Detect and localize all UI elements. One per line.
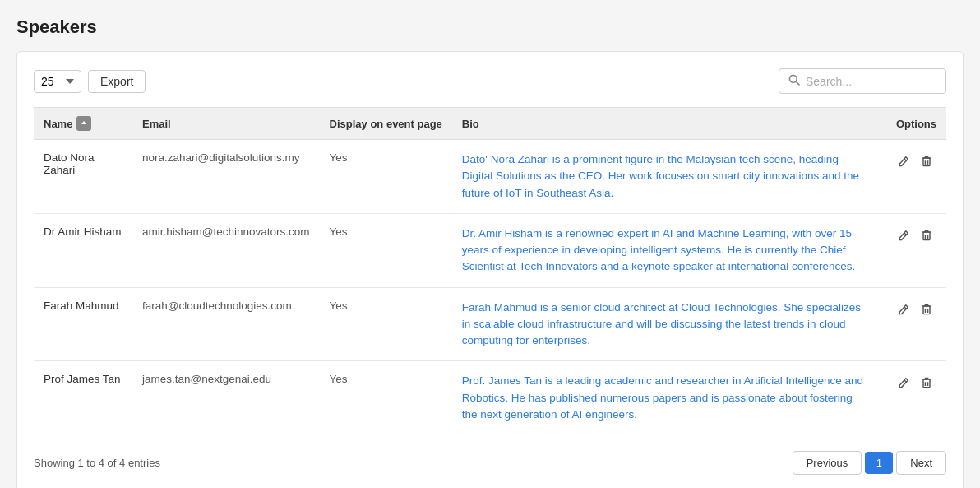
search-input[interactable] bbox=[806, 75, 937, 88]
toolbar-left: 25 10 50 100 Export bbox=[34, 70, 146, 93]
toolbar: 25 10 50 100 Export bbox=[34, 68, 946, 94]
search-wrapper bbox=[779, 68, 946, 94]
table-row: Farah Mahmud farah@cloudtechnologies.com… bbox=[34, 287, 946, 361]
speakers-table: Name Email Display on event page Bio Opt… bbox=[34, 107, 946, 435]
col-display: Display on event page bbox=[320, 108, 452, 140]
search-icon bbox=[788, 73, 801, 89]
cell-bio-2: Farah Mahmud is a senior cloud architect… bbox=[452, 287, 881, 361]
cell-email-0: nora.zahari@digitalsolutions.my bbox=[132, 140, 320, 214]
col-bio: Bio bbox=[452, 108, 881, 140]
cell-name-2: Farah Mahmud bbox=[34, 287, 132, 361]
edit-button-3[interactable] bbox=[894, 373, 913, 393]
sort-icon[interactable] bbox=[76, 116, 91, 131]
cell-display-0: Yes bbox=[320, 140, 452, 214]
showing-text: Showing 1 to 4 of 4 entries bbox=[34, 457, 160, 469]
cell-bio-0: Dato' Nora Zahari is a prominent figure … bbox=[452, 140, 881, 214]
edit-button-0[interactable] bbox=[894, 151, 913, 171]
delete-button-2[interactable] bbox=[917, 300, 936, 319]
delete-button-1[interactable] bbox=[917, 225, 936, 245]
cell-display-1: Yes bbox=[320, 213, 452, 287]
cell-name-0: Dato Nora Zahari bbox=[34, 140, 132, 214]
cell-name-3: Prof James Tan bbox=[34, 361, 132, 435]
main-card: 25 10 50 100 Export Name bbox=[16, 51, 964, 488]
cell-email-3: james.tan@nextgenai.edu bbox=[132, 361, 320, 435]
table-footer: Showing 1 to 4 of 4 entries Previous 1 N… bbox=[34, 451, 946, 475]
prev-button[interactable]: Previous bbox=[793, 451, 862, 475]
col-options: Options bbox=[881, 108, 946, 140]
svg-rect-12 bbox=[923, 379, 930, 388]
col-email: Email bbox=[132, 108, 320, 140]
table-row: Dr Amir Hisham amir.hisham@techinnovator… bbox=[34, 213, 946, 287]
table-row: Dato Nora Zahari nora.zahari@digitalsolu… bbox=[34, 140, 946, 214]
svg-rect-9 bbox=[923, 306, 930, 314]
export-button[interactable]: Export bbox=[88, 70, 146, 93]
edit-button-2[interactable] bbox=[894, 300, 913, 319]
svg-line-1 bbox=[796, 81, 799, 85]
table-row: Prof James Tan james.tan@nextgenai.edu Y… bbox=[34, 361, 946, 435]
current-page[interactable]: 1 bbox=[865, 452, 893, 474]
svg-rect-3 bbox=[923, 158, 930, 166]
next-button[interactable]: Next bbox=[896, 451, 946, 475]
cell-name-1: Dr Amir Hisham bbox=[34, 213, 132, 287]
edit-button-1[interactable] bbox=[894, 225, 913, 245]
cell-bio-3: Prof. James Tan is a leading academic an… bbox=[452, 361, 881, 435]
cell-display-2: Yes bbox=[320, 287, 452, 361]
cell-options-3 bbox=[881, 361, 946, 435]
svg-point-0 bbox=[789, 75, 797, 82]
cell-options-1 bbox=[881, 213, 946, 287]
svg-rect-6 bbox=[923, 232, 930, 240]
cell-email-2: farah@cloudtechnologies.com bbox=[132, 287, 320, 361]
svg-marker-2 bbox=[81, 121, 86, 124]
table-header-row: Name Email Display on event page Bio Opt… bbox=[34, 108, 946, 140]
delete-button-3[interactable] bbox=[917, 373, 936, 393]
cell-options-2 bbox=[881, 287, 946, 361]
cell-options-0 bbox=[881, 140, 946, 214]
cell-bio-1: Dr. Amir Hisham is a renowned expert in … bbox=[452, 213, 881, 287]
per-page-select[interactable]: 25 10 50 100 bbox=[34, 70, 81, 93]
col-name: Name bbox=[34, 108, 132, 140]
cell-email-1: amir.hisham@techinnovators.com bbox=[132, 213, 320, 287]
delete-button-0[interactable] bbox=[917, 151, 936, 171]
cell-display-3: Yes bbox=[320, 361, 452, 435]
pagination: Previous 1 Next bbox=[793, 451, 946, 475]
page-title: Speakers bbox=[16, 16, 964, 38]
